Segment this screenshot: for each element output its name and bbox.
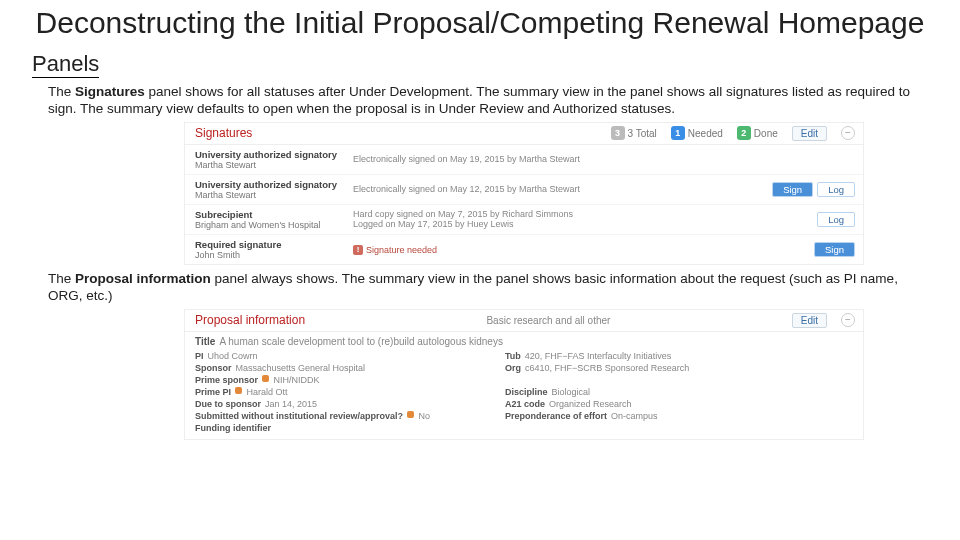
info-field: [505, 423, 853, 433]
info-field: Sponsor Massachusetts General Hospital: [195, 363, 495, 373]
info-field: Submitted without institutional review/a…: [195, 411, 495, 421]
sign-button[interactable]: Sign: [814, 242, 855, 257]
signatures-description: The Signatures panel shows for all statu…: [48, 84, 928, 118]
section-heading: Panels: [32, 51, 99, 78]
log-button[interactable]: Log: [817, 212, 855, 227]
proposal-info-description: The Proposal information panel always sh…: [48, 271, 928, 305]
info-field: Prime PI Harald Ott: [195, 387, 495, 397]
proposal-info-panel: Proposal information Basic research and …: [184, 309, 864, 440]
info-field: Org c6410, FHF−SCRB Sponsored Research: [505, 363, 853, 373]
info-field: A21 code Organized Research: [505, 399, 853, 409]
signature-row: University authorized signatoryMartha St…: [185, 175, 863, 205]
total-chip-icon: 3: [611, 126, 625, 140]
warning-icon: Signature needed: [353, 245, 437, 255]
collapse-icon[interactable]: −: [841, 126, 855, 140]
info-field: Due to sponsor Jan 14, 2015: [195, 399, 495, 409]
proposal-info-header: Proposal information Basic research and …: [185, 310, 863, 332]
page-title: Deconstructing the Initial Proposal/Comp…: [24, 6, 936, 39]
signature-row: Required signatureJohn Smith Signature n…: [185, 235, 863, 264]
info-field: Tub 420, FHF−FAS Interfaculty Initiative…: [505, 351, 853, 361]
project-title: TitleA human scale development tool to (…: [195, 336, 853, 347]
info-field: Discipline Biological: [505, 387, 853, 397]
info-field: PI Uhod Cowrn: [195, 351, 495, 361]
edit-button[interactable]: Edit: [792, 313, 827, 328]
proposal-info-title: Proposal information: [195, 313, 305, 327]
info-field: [505, 375, 853, 385]
needed-chip-icon: 1: [671, 126, 685, 140]
signatures-panel: Signatures 33 Total 1Needed 2Done Edit −…: [184, 122, 864, 265]
sign-button[interactable]: Sign: [772, 182, 813, 197]
collapse-icon[interactable]: −: [841, 313, 855, 327]
done-chip-icon: 2: [737, 126, 751, 140]
signature-row: University authorized signatoryMartha St…: [185, 145, 863, 175]
signatures-header: Signatures 33 Total 1Needed 2Done Edit −: [185, 123, 863, 145]
info-field: Prime sponsor NIH/NIDDK: [195, 375, 495, 385]
info-field: Funding identifier: [195, 423, 495, 433]
log-button[interactable]: Log: [817, 182, 855, 197]
info-field: Preponderance of effort On-campus: [505, 411, 853, 421]
signatures-title: Signatures: [195, 126, 252, 140]
signature-row: SubrecipientBrigham and Women's Hospital…: [185, 205, 863, 235]
edit-button[interactable]: Edit: [792, 126, 827, 141]
